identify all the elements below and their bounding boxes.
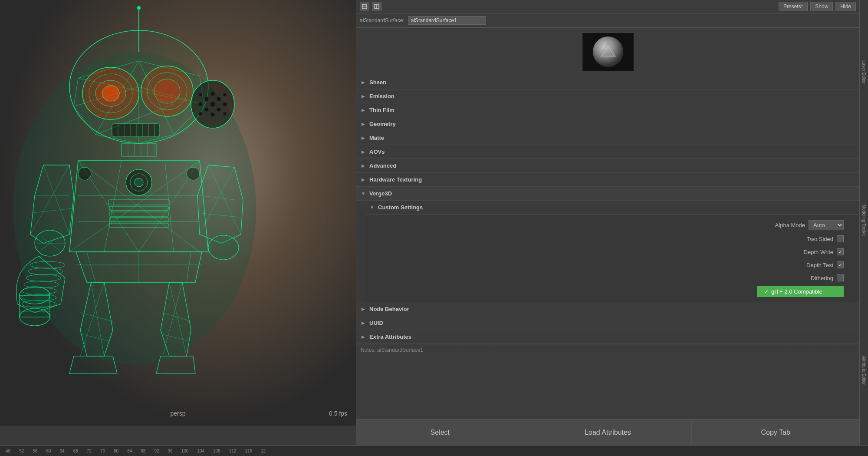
svg-point-37	[223, 93, 227, 96]
chevron-right-icon: ▶	[361, 321, 366, 326]
show-button[interactable]: Show	[810, 2, 833, 11]
tick-68: 68	[70, 449, 82, 453]
gltf-compatible-button[interactable]: ✓ gITF 2.0 Compatible	[757, 286, 844, 297]
tick-84: 84	[124, 449, 135, 453]
depth-test-row: Depth Test	[372, 258, 852, 271]
dithering-row: Dithering	[372, 271, 852, 284]
chevron-right-icon: ▶	[361, 108, 366, 113]
svg-point-36	[199, 93, 202, 96]
svg-point-22	[102, 86, 119, 101]
two-sided-row: Two Sided	[372, 232, 852, 245]
tick-48: 48	[2, 449, 14, 453]
chevron-right-icon: ▶	[361, 177, 366, 182]
alpha-mode-row: Alpha Mode Auto Opaque Mask Blend	[372, 218, 852, 232]
tick-80: 80	[110, 449, 122, 453]
depth-test-checkbox[interactable]	[837, 261, 844, 268]
attribute-editor-label: Attribute Editor	[861, 356, 866, 385]
copy-tab-button[interactable]: Copy Tab	[692, 420, 859, 445]
timeline-bar[interactable]: 48 52 56 60 64 68 72 76 80 84 88 92 96 1…	[0, 445, 868, 456]
notes-label: Notes: aiStandardSurface1	[361, 347, 423, 353]
chevron-right-icon: ▶	[361, 122, 366, 127]
svg-point-30	[204, 107, 209, 112]
viewport-fps-label: 0.5 fps	[329, 410, 347, 417]
svg-point-29	[217, 97, 221, 101]
svg-point-62	[135, 178, 143, 187]
section-node-behavior[interactable]: ▶ Node Behavior	[356, 302, 859, 316]
bottom-action-bar: Select Load Attributes Copy Tab	[356, 419, 859, 445]
section-thin-film[interactable]: ▶ Thin Film	[356, 103, 859, 117]
section-emission[interactable]: ▶ Emission	[356, 89, 859, 103]
svg-point-32	[198, 102, 203, 106]
section-matte-label: Matte	[369, 135, 384, 141]
viewport[interactable]: persp 0.5 fps	[0, 0, 356, 426]
tick-112: 112	[226, 449, 240, 453]
select-button[interactable]: Select	[356, 420, 524, 445]
panel-icon-btn-2[interactable]	[372, 2, 381, 11]
sections-list[interactable]: ▶ Sheen ▶ Emission ▶ Thin Film ▶ Geometr…	[356, 76, 859, 419]
section-hardware-texturing-label: Hardware Texturing	[369, 176, 422, 183]
custom-settings-row[interactable]: ▼ Custom Settings	[365, 201, 859, 215]
robot-wireframe	[0, 0, 356, 426]
svg-point-39	[223, 112, 227, 116]
section-uuid[interactable]: ▶ UUID	[356, 316, 859, 330]
svg-point-38	[199, 112, 202, 116]
chevron-right-icon: ▶	[361, 94, 366, 99]
section-emission-label: Emission	[369, 93, 395, 99]
section-geometry[interactable]: ▶ Geometry	[356, 117, 859, 131]
tick-100: 100	[178, 449, 192, 453]
svg-point-101	[187, 167, 200, 180]
panel-top-row: Presets* Show Hide	[356, 0, 859, 13]
tick-60: 60	[43, 449, 54, 453]
chevron-right-icon: ▶	[361, 149, 366, 155]
svg-point-33	[223, 102, 227, 106]
tick-108: 108	[210, 449, 224, 453]
section-advanced[interactable]: ▶ Advanced	[356, 159, 859, 173]
section-extra-attributes[interactable]: ▶ Extra Attributes	[356, 330, 859, 344]
material-thumbnail-area	[356, 28, 859, 76]
section-advanced-label: Advanced	[369, 162, 396, 169]
section-aovs[interactable]: ▶ AOVs	[356, 145, 859, 159]
chevron-right-icon: ▶	[361, 307, 366, 312]
presets-button[interactable]: Presets*	[779, 2, 808, 11]
material-header: aiStandardSurface: aiStandardSurface1	[356, 13, 859, 28]
section-hardware-texturing[interactable]: ▶ Hardware Texturing	[356, 173, 859, 187]
tick-104: 104	[194, 449, 208, 453]
alpha-mode-select[interactable]: Auto Opaque Mask Blend	[809, 220, 844, 230]
section-sheen[interactable]: ▶ Sheen	[356, 76, 859, 89]
chevron-right-icon: ▶	[361, 135, 366, 141]
load-attributes-button[interactable]: Load Attributes	[524, 420, 692, 445]
modeling-toolkit-label: Modeling Toolkit	[861, 205, 866, 236]
tick-96: 96	[164, 449, 176, 453]
svg-point-97	[20, 308, 50, 326]
section-geometry-label: Geometry	[369, 121, 396, 127]
depth-write-checkbox[interactable]	[837, 248, 844, 255]
svg-rect-112	[375, 4, 379, 9]
tick-52: 52	[16, 449, 27, 453]
depth-test-label: Depth Test	[806, 262, 833, 268]
tick-72: 72	[83, 449, 95, 453]
section-sheen-label: Sheen	[369, 79, 386, 86]
section-matte[interactable]: ▶ Matte	[356, 131, 859, 145]
right-panel: Presets* Show Hide aiStandardSurface: ai…	[356, 0, 859, 445]
tick-92: 92	[151, 449, 162, 453]
tick-12: 12	[257, 449, 269, 453]
svg-point-100	[78, 167, 91, 180]
tick-88: 88	[137, 449, 149, 453]
two-sided-checkbox[interactable]	[837, 235, 844, 242]
two-sided-label: Two Sided	[807, 236, 833, 242]
material-name-value[interactable]: aiStandardSurface1	[408, 16, 486, 25]
material-label: aiStandardSurface:	[360, 17, 404, 23]
depth-write-row: Depth Write	[372, 245, 852, 258]
chevron-right-icon: ▶	[361, 334, 366, 340]
dithering-checkbox[interactable]	[837, 274, 844, 281]
hide-button[interactable]: Hide	[835, 2, 856, 11]
section-verge3d[interactable]: ▼ Verge3D	[356, 187, 859, 201]
svg-point-82	[208, 235, 239, 260]
section-uuid-label: UUID	[369, 320, 383, 326]
gltf-row: ✓ gITF 2.0 Compatible	[372, 284, 852, 299]
panel-icon-btn-1[interactable]	[360, 2, 369, 11]
layer-editor-label: Layer Editor	[861, 60, 866, 84]
chevron-right-icon: ▶	[361, 80, 366, 85]
section-thin-film-label: Thin Film	[369, 107, 395, 113]
chevron-down-icon: ▼	[361, 191, 366, 196]
